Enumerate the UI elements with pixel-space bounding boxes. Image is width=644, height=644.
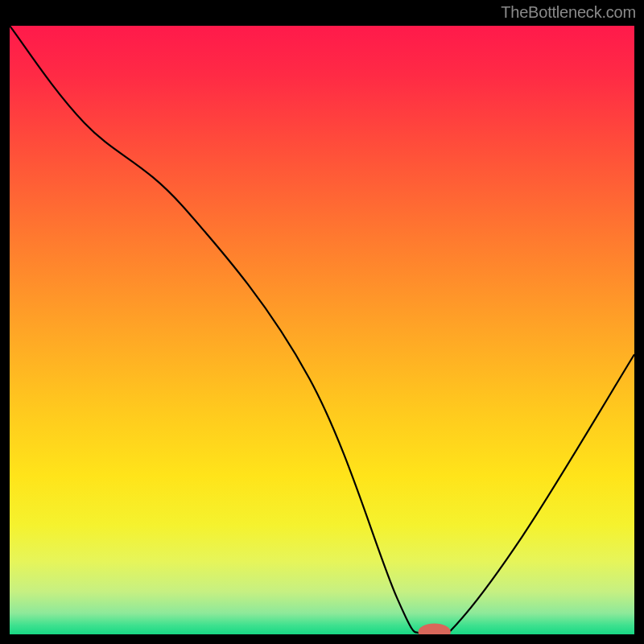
attribution-text: TheBottleneck.com: [501, 3, 636, 22]
chart-svg: [10, 26, 634, 634]
plot-area: [10, 26, 634, 634]
gradient-background: [10, 26, 634, 634]
